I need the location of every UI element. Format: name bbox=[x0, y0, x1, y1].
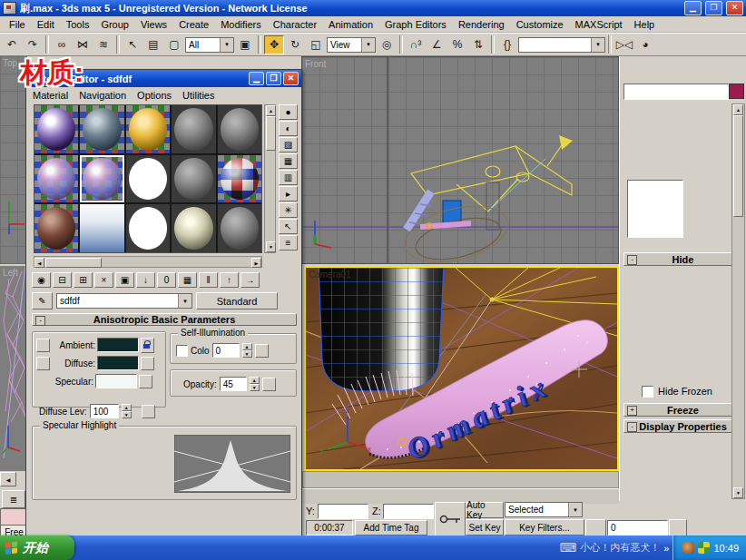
key-filters-button[interactable]: Key Filters... bbox=[505, 519, 584, 535]
select-and-move-icon[interactable]: ✥ bbox=[264, 35, 284, 54]
key-mode-toggle[interactable] bbox=[585, 519, 606, 536]
y-coord-field[interactable] bbox=[318, 504, 368, 519]
scroll-down-arrow[interactable]: ▼ bbox=[733, 487, 743, 498]
menu-help[interactable]: Help bbox=[629, 18, 661, 31]
material-slot-7[interactable] bbox=[80, 155, 123, 203]
chevron-down-icon[interactable]: ▼ bbox=[220, 38, 233, 52]
material-editor-options-icon[interactable]: ✳ bbox=[279, 202, 298, 218]
self-illum-spinner[interactable]: ▲▼ bbox=[242, 343, 252, 358]
basic-parameters-rollout-header[interactable]: - Anisotropic Basic Parameters bbox=[32, 313, 297, 326]
angle-snap-toggle-icon[interactable]: ∠ bbox=[427, 35, 447, 54]
diffuse-level-field[interactable]: 100 bbox=[90, 404, 119, 418]
select-object-icon[interactable]: ↖ bbox=[123, 35, 142, 54]
hide-frozen-checkbox[interactable]: Hide Frozen bbox=[633, 384, 712, 398]
put-to-library-icon[interactable]: ↓ bbox=[136, 272, 155, 288]
mtl-menu-options[interactable]: Options bbox=[133, 90, 176, 101]
material-slot-10[interactable] bbox=[218, 155, 261, 203]
select-by-material-icon[interactable]: ↖ bbox=[279, 219, 298, 234]
menu-character[interactable]: Character bbox=[268, 18, 322, 31]
pick-material-from-object[interactable]: ✎ bbox=[32, 292, 53, 309]
use-pivot-point-center-icon[interactable]: ◎ bbox=[377, 35, 397, 54]
window-crossing-toggle-icon[interactable]: ▣ bbox=[235, 35, 255, 54]
z-coord-field[interactable] bbox=[383, 504, 434, 519]
name-filter-input[interactable] bbox=[623, 84, 729, 100]
viewport-camera[interactable]: Ormatrix Ormatrix z y x Camera01 bbox=[304, 266, 619, 471]
snap-toggle-icon[interactable]: ∩³ bbox=[406, 35, 426, 54]
start-button[interactable]: 开始 bbox=[0, 535, 74, 560]
mirror-icon[interactable]: ▷◁ bbox=[614, 35, 634, 54]
maxscript-mini-listener[interactable] bbox=[0, 508, 28, 526]
menu-create[interactable]: Create bbox=[173, 18, 214, 31]
scroll-up-arrow[interactable]: ▲ bbox=[266, 105, 276, 116]
background-icon[interactable]: ▨ bbox=[279, 137, 298, 152]
material-slot-6[interactable] bbox=[34, 155, 78, 203]
bind-to-space-warp-icon[interactable]: ≋ bbox=[93, 35, 113, 54]
ambient-diffuse-bracket-top[interactable] bbox=[36, 339, 50, 352]
chevron-down-icon[interactable]: ▼ bbox=[178, 294, 191, 308]
self-illum-map-button[interactable] bbox=[255, 344, 269, 358]
select-and-link-icon[interactable]: ∞ bbox=[52, 35, 72, 54]
make-preview-icon[interactable]: ▸ bbox=[279, 186, 298, 201]
opacity-field[interactable]: 45 bbox=[220, 377, 247, 391]
material-slot-11[interactable] bbox=[34, 204, 78, 252]
get-material-icon[interactable]: ◉ bbox=[32, 272, 51, 288]
material-effects-channel-icon[interactable]: 0 bbox=[157, 272, 176, 288]
hide-rollout-header[interactable]: - Hide bbox=[623, 252, 742, 266]
minimize-button[interactable]: ▁ bbox=[249, 72, 264, 85]
put-material-to-scene-icon[interactable]: ⊟ bbox=[53, 272, 72, 288]
named-selection-sets-dropdown[interactable]: ▼ bbox=[518, 37, 605, 53]
freeze-rollout-header[interactable]: + Freeze bbox=[623, 403, 742, 417]
percent-snap-toggle-icon[interactable]: % bbox=[447, 35, 467, 54]
lock-ambient-diffuse-button[interactable] bbox=[141, 338, 154, 353]
scrollbar-thumb[interactable] bbox=[45, 258, 102, 268]
video-color-check-icon[interactable]: ▥ bbox=[279, 170, 298, 185]
close-icon[interactable]: ✕ bbox=[283, 72, 299, 85]
scroll-down-arrow[interactable]: ▼ bbox=[266, 241, 276, 252]
chevron-down-icon[interactable]: ▼ bbox=[361, 38, 375, 52]
backlight-icon[interactable]: ◐ bbox=[279, 121, 298, 136]
material-slot-4[interactable] bbox=[172, 105, 215, 153]
keyboard-icon[interactable]: ⌨ bbox=[560, 541, 577, 555]
trackbar-icon[interactable]: ≣ bbox=[2, 490, 25, 508]
menu-edit[interactable]: Edit bbox=[32, 18, 60, 31]
make-material-copy-icon[interactable]: ▣ bbox=[115, 272, 134, 288]
redo-icon[interactable]: ↷ bbox=[23, 35, 43, 54]
material-slot-15[interactable] bbox=[218, 204, 261, 252]
selection-filter-dropdown[interactable]: All▼ bbox=[185, 37, 234, 53]
spinner-snap-toggle-icon[interactable]: ⇅ bbox=[468, 35, 488, 54]
auto-key-button[interactable]: Auto Key bbox=[466, 502, 504, 518]
mtl-menu-utilities[interactable]: Utilities bbox=[178, 90, 219, 101]
diffuse-level-spinner[interactable]: ▲▼ bbox=[122, 404, 132, 418]
material-slot-8[interactable] bbox=[126, 155, 170, 203]
maximize-button[interactable]: ❐ bbox=[266, 72, 281, 85]
category-listbox[interactable] bbox=[627, 180, 683, 238]
select-and-scale-icon[interactable]: ◱ bbox=[306, 35, 326, 54]
menu-file[interactable]: File bbox=[4, 18, 31, 31]
opacity-spinner[interactable]: ▲▼ bbox=[250, 377, 260, 391]
unlink-selection-icon[interactable]: ⋈ bbox=[73, 35, 93, 54]
tray-icon-1[interactable] bbox=[682, 542, 694, 554]
material-slot-3[interactable] bbox=[126, 105, 170, 153]
material-name-dropdown[interactable]: sdfdf ▼ bbox=[56, 293, 192, 309]
chevron-down-icon[interactable]: ▼ bbox=[568, 503, 582, 516]
maximize-button[interactable]: ❐ bbox=[705, 1, 722, 15]
scrollbar-thumb[interactable] bbox=[733, 115, 743, 217]
menu-tools[interactable]: Tools bbox=[61, 18, 95, 31]
diffuse-map-button[interactable] bbox=[141, 357, 154, 370]
current-frame-field[interactable]: 0 bbox=[607, 520, 668, 535]
material-slot-2[interactable] bbox=[80, 105, 123, 153]
material-slot-1[interactable] bbox=[34, 105, 78, 153]
select-and-rotate-icon[interactable]: ↻ bbox=[285, 35, 305, 54]
slots-horizontal-scrollbar[interactable]: ◀ ▶ bbox=[34, 256, 262, 268]
menu-maxscript[interactable]: MAXScript bbox=[570, 18, 628, 31]
ambient-diffuse-bracket-bottom[interactable] bbox=[36, 357, 50, 370]
scroll-left-button[interactable]: ◀ bbox=[0, 472, 16, 486]
show-end-result-icon[interactable]: ‖ bbox=[199, 272, 218, 288]
checkbox-box[interactable] bbox=[642, 386, 653, 398]
scroll-right-arrow[interactable]: ▶ bbox=[251, 258, 261, 268]
keyboard-shortcut-override-icon[interactable]: {} bbox=[497, 35, 517, 54]
ambient-color-swatch[interactable] bbox=[97, 338, 139, 352]
menu-rendering[interactable]: Rendering bbox=[453, 18, 510, 31]
go-forward-to-sibling-icon[interactable]: → bbox=[240, 272, 260, 288]
reset-map-icon[interactable]: × bbox=[94, 272, 113, 288]
